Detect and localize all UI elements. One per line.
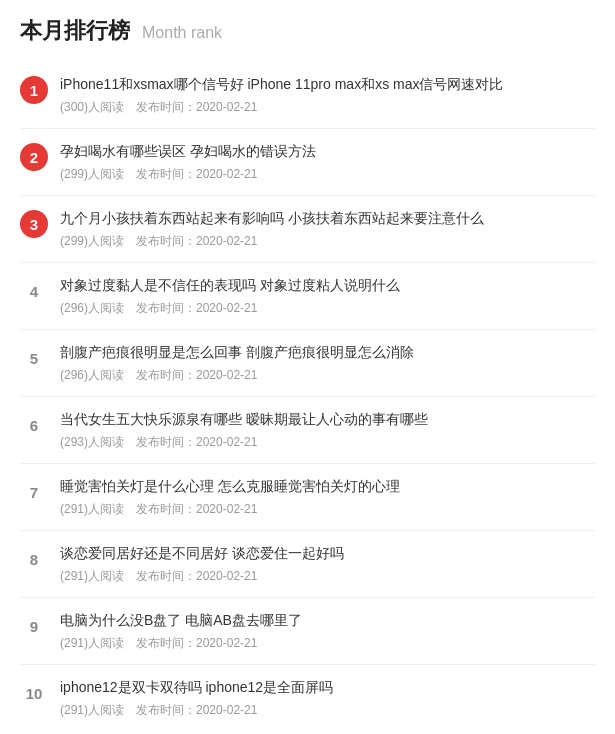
rank-content: 电脑为什么没B盘了 电脑AB盘去哪里了 (291)人阅读 发布时间：2020-0… [60, 610, 595, 652]
read-count: (291) [60, 703, 88, 717]
read-label: 人阅读 发布时间：2020-02-21 [88, 100, 257, 114]
rank-meta: (291)人阅读 发布时间：2020-02-21 [60, 568, 595, 585]
read-count: (291) [60, 636, 88, 650]
rank-number: 10 [20, 679, 48, 707]
rank-number: 5 [20, 344, 48, 372]
rank-meta: (296)人阅读 发布时间：2020-02-21 [60, 300, 595, 317]
rank-meta: (293)人阅读 发布时间：2020-02-21 [60, 434, 595, 451]
rank-content: 当代女生五大快乐源泉有哪些 暧昧期最让人心动的事有哪些 (293)人阅读 发布时… [60, 409, 595, 451]
rank-number: 8 [20, 545, 48, 573]
page-container: 本月排行榜 Month rank 1 iPhone11和xsmax哪个信号好 i… [0, 0, 615, 734]
read-label: 人阅读 发布时间：2020-02-21 [88, 703, 257, 717]
rank-content: 剖腹产疤痕很明显是怎么回事 剖腹产疤痕很明显怎么消除 (296)人阅读 发布时间… [60, 342, 595, 384]
rank-number: 2 [20, 143, 48, 171]
read-label: 人阅读 发布时间：2020-02-21 [88, 569, 257, 583]
read-count: (299) [60, 234, 88, 248]
rank-content: 谈恋爱同居好还是不同居好 谈恋爱住一起好吗 (291)人阅读 发布时间：2020… [60, 543, 595, 585]
rank-title[interactable]: iphone12是双卡双待吗 iphone12是全面屏吗 [60, 677, 595, 698]
rank-title[interactable]: 九个月小孩扶着东西站起来有影响吗 小孩扶着东西站起来要注意什么 [60, 208, 595, 229]
read-label: 人阅读 发布时间：2020-02-21 [88, 636, 257, 650]
rank-meta: (299)人阅读 发布时间：2020-02-21 [60, 166, 595, 183]
list-item: 8 谈恋爱同居好还是不同居好 谈恋爱住一起好吗 (291)人阅读 发布时间：20… [20, 531, 595, 598]
rank-title[interactable]: 剖腹产疤痕很明显是怎么回事 剖腹产疤痕很明显怎么消除 [60, 342, 595, 363]
rank-number: 3 [20, 210, 48, 238]
list-item: 6 当代女生五大快乐源泉有哪些 暧昧期最让人心动的事有哪些 (293)人阅读 发… [20, 397, 595, 464]
read-label: 人阅读 发布时间：2020-02-21 [88, 502, 257, 516]
rank-title[interactable]: 当代女生五大快乐源泉有哪些 暧昧期最让人心动的事有哪些 [60, 409, 595, 430]
list-item: 9 电脑为什么没B盘了 电脑AB盘去哪里了 (291)人阅读 发布时间：2020… [20, 598, 595, 665]
read-label: 人阅读 发布时间：2020-02-21 [88, 301, 257, 315]
rank-title[interactable]: 孕妇喝水有哪些误区 孕妇喝水的错误方法 [60, 141, 595, 162]
list-item: 3 九个月小孩扶着东西站起来有影响吗 小孩扶着东西站起来要注意什么 (299)人… [20, 196, 595, 263]
rank-meta: (296)人阅读 发布时间：2020-02-21 [60, 367, 595, 384]
list-item: 10 iphone12是双卡双待吗 iphone12是全面屏吗 (291)人阅读… [20, 665, 595, 731]
rank-title[interactable]: 对象过度黏人是不信任的表现吗 对象过度粘人说明什么 [60, 275, 595, 296]
rank-content: 对象过度黏人是不信任的表现吗 对象过度粘人说明什么 (296)人阅读 发布时间：… [60, 275, 595, 317]
read-count: (296) [60, 368, 88, 382]
read-count: (299) [60, 167, 88, 181]
page-header: 本月排行榜 Month rank [20, 16, 595, 46]
list-item: 4 对象过度黏人是不信任的表现吗 对象过度粘人说明什么 (296)人阅读 发布时… [20, 263, 595, 330]
read-count: (291) [60, 569, 88, 583]
read-label: 人阅读 发布时间：2020-02-21 [88, 167, 257, 181]
read-count: (300) [60, 100, 88, 114]
rank-content: 孕妇喝水有哪些误区 孕妇喝水的错误方法 (299)人阅读 发布时间：2020-0… [60, 141, 595, 183]
rank-title[interactable]: 电脑为什么没B盘了 电脑AB盘去哪里了 [60, 610, 595, 631]
rank-meta: (291)人阅读 发布时间：2020-02-21 [60, 635, 595, 652]
rank-content: iphone12是双卡双待吗 iphone12是全面屏吗 (291)人阅读 发布… [60, 677, 595, 719]
list-item: 5 剖腹产疤痕很明显是怎么回事 剖腹产疤痕很明显怎么消除 (296)人阅读 发布… [20, 330, 595, 397]
rank-title[interactable]: iPhone11和xsmax哪个信号好 iPhone 11pro max和xs … [60, 74, 595, 95]
rank-number: 1 [20, 76, 48, 104]
rank-number: 9 [20, 612, 48, 640]
list-item: 7 睡觉害怕关灯是什么心理 怎么克服睡觉害怕关灯的心理 (291)人阅读 发布时… [20, 464, 595, 531]
title-english: Month rank [142, 24, 222, 42]
rank-meta: (300)人阅读 发布时间：2020-02-21 [60, 99, 595, 116]
rank-content: 睡觉害怕关灯是什么心理 怎么克服睡觉害怕关灯的心理 (291)人阅读 发布时间：… [60, 476, 595, 518]
rank-meta: (291)人阅读 发布时间：2020-02-21 [60, 702, 595, 719]
read-count: (296) [60, 301, 88, 315]
list-item: 2 孕妇喝水有哪些误区 孕妇喝水的错误方法 (299)人阅读 发布时间：2020… [20, 129, 595, 196]
rank-meta: (291)人阅读 发布时间：2020-02-21 [60, 501, 595, 518]
rank-number: 4 [20, 277, 48, 305]
rank-title[interactable]: 睡觉害怕关灯是什么心理 怎么克服睡觉害怕关灯的心理 [60, 476, 595, 497]
read-count: (293) [60, 435, 88, 449]
list-item: 1 iPhone11和xsmax哪个信号好 iPhone 11pro max和x… [20, 62, 595, 129]
rank-list: 1 iPhone11和xsmax哪个信号好 iPhone 11pro max和x… [20, 62, 595, 731]
read-label: 人阅读 发布时间：2020-02-21 [88, 234, 257, 248]
title-chinese: 本月排行榜 [20, 16, 130, 46]
rank-number: 7 [20, 478, 48, 506]
read-label: 人阅读 发布时间：2020-02-21 [88, 435, 257, 449]
rank-number: 6 [20, 411, 48, 439]
rank-title[interactable]: 谈恋爱同居好还是不同居好 谈恋爱住一起好吗 [60, 543, 595, 564]
rank-content: iPhone11和xsmax哪个信号好 iPhone 11pro max和xs … [60, 74, 595, 116]
rank-content: 九个月小孩扶着东西站起来有影响吗 小孩扶着东西站起来要注意什么 (299)人阅读… [60, 208, 595, 250]
read-count: (291) [60, 502, 88, 516]
read-label: 人阅读 发布时间：2020-02-21 [88, 368, 257, 382]
rank-meta: (299)人阅读 发布时间：2020-02-21 [60, 233, 595, 250]
